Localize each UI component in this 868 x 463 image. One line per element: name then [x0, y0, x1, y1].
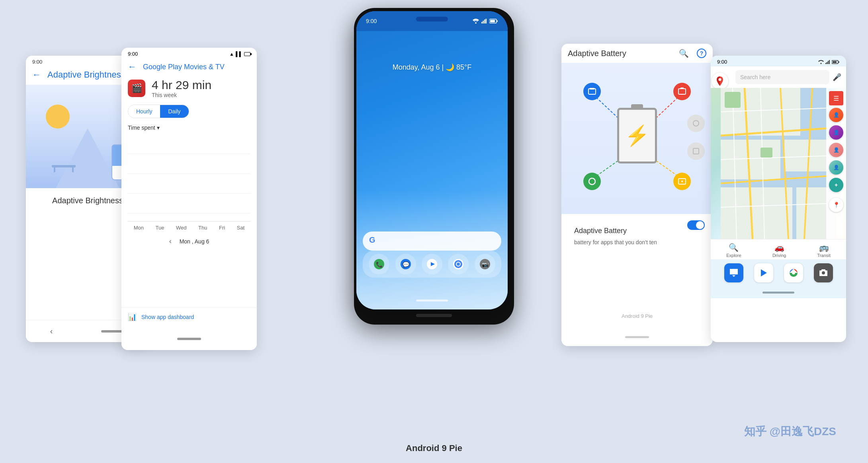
gm-mic-icon[interactable]: 🎤 [833, 73, 841, 82]
ab-back-button[interactable]: ← [32, 70, 41, 80]
abat-adaptive-title: Adaptive Battery [568, 220, 706, 238]
gm-teal-icon[interactable]: + [829, 178, 843, 192]
cp-search-bar[interactable]: G [363, 231, 501, 251]
gm-logo-svg [714, 76, 725, 87]
gm-transit-icon: 🚌 [819, 243, 829, 252]
gm-home-bar [711, 286, 846, 298]
dw-show-dashboard-btn[interactable]: 📊 Show app dashboard [121, 307, 257, 326]
abat-search-icon[interactable]: 🔍 [679, 49, 689, 58]
dw-tab-daily[interactable]: Daily [160, 105, 188, 118]
svg-rect-41 [828, 61, 829, 64]
dw-nav-pill [177, 338, 201, 340]
svg-rect-9 [483, 21, 484, 23]
cp-dock-play[interactable] [422, 254, 442, 274]
cp-status-icons [473, 19, 498, 23]
cp-date-weather: Monday, Aug 6 | 🌙 85°F [356, 63, 508, 72]
dw-nav-prev[interactable]: ‹ [169, 237, 172, 245]
dw-status-time: 9:00 [128, 51, 138, 57]
abat-help-icon[interactable]: ? [697, 49, 706, 58]
gm-avatar-3[interactable]: 👤 [829, 143, 843, 157]
cp-dock-chrome[interactable] [448, 254, 469, 274]
dw-wifi-icon: ▲ [229, 51, 234, 57]
ab-toolbar-title: Adaptive Brightness [47, 70, 125, 80]
gm-map-svg [711, 88, 846, 239]
gm-location-btn[interactable]: 📍 [829, 198, 843, 212]
gm-nav-transit[interactable]: 🚌 Transit [817, 243, 831, 258]
gm-dock-chrome-icon [789, 268, 798, 278]
cp-dock-messages[interactable]: 💬 [395, 254, 416, 274]
gm-dock-chrome[interactable] [784, 263, 803, 282]
dw-app-icon-symbol: 🎬 [131, 83, 142, 93]
dw-tabs: Hourly Daily [128, 105, 189, 118]
main-container: 9:00 ▲ ▌▌ ← Adaptive Brightness [0, 0, 868, 463]
cp-wifi-icon [473, 19, 479, 23]
cp-signal-icon [481, 19, 487, 23]
dw-day-labels: Mon Tue Wed Thu Fri Sat [121, 222, 257, 234]
dw-day-thu: Thu [198, 225, 207, 231]
gm-avatar-2[interactable]: 👤 [829, 125, 843, 140]
svg-text:💬: 💬 [402, 261, 409, 268]
svg-text:📷: 📷 [481, 261, 489, 268]
dw-app-icon: 🎬 [128, 80, 145, 97]
page-caption: Android 9 Pie [406, 443, 462, 453]
gm-hamburger-btn[interactable]: ☰ [829, 91, 843, 105]
abat-orbit-red [673, 83, 691, 100]
dw-nav-date: Mon , Aug 6 [180, 238, 209, 245]
svg-rect-42 [829, 60, 830, 64]
cp-dock-camera[interactable]: 📷 [475, 254, 495, 274]
gm-dock-play[interactable] [754, 263, 773, 282]
svg-point-35 [681, 181, 683, 182]
ab-nav-back-arrow[interactable]: ‹ [50, 327, 53, 336]
gm-map[interactable]: ☰ 👤 👤 👤 👤 + 📍 [711, 88, 846, 239]
dw-toolbar: ← Google Play Movies & TV [121, 60, 257, 77]
dw-time-value: 4 hr 29 min [152, 78, 211, 92]
dw-back-button[interactable]: ← [128, 62, 137, 72]
dw-tab-hourly[interactable]: Hourly [128, 105, 160, 118]
cp-bottom-bar [356, 309, 512, 321]
svg-rect-31 [590, 88, 594, 89]
svg-rect-45 [839, 61, 839, 62]
gm-status-time: 9:00 [717, 59, 727, 65]
gm-avatar-1[interactable]: 👤 [829, 108, 843, 122]
cp-dock-phone[interactable]: 📞 [369, 254, 389, 274]
watermark: 知乎 @田逸飞DZS [744, 424, 836, 439]
dw-day-tue: Tue [156, 225, 164, 231]
abat-bottom-indicator [625, 336, 649, 338]
gm-dock-camera[interactable] [814, 263, 833, 282]
gm-explore-icon: 🔍 [729, 243, 739, 252]
gm-nav-driving[interactable]: 🚗 Driving [772, 243, 786, 258]
cp-camera-icon: 📷 [480, 259, 490, 269]
gm-home-pill [762, 292, 794, 294]
svg-text:📞: 📞 [376, 261, 383, 268]
dw-status-bar: 9:00 ▲ ▌▌ [121, 48, 257, 60]
abat-orbit-gray-2 [687, 142, 705, 160]
cp-battery-icon [489, 19, 498, 23]
cp-dock: 📞 💬 [363, 251, 501, 278]
gm-sidebar: ☰ 👤 👤 👤 👤 + 📍 [826, 88, 846, 239]
ab-sun-icon [46, 105, 70, 128]
abat-toggle[interactable] [687, 220, 705, 230]
gm-driving-icon: 🚗 [774, 243, 784, 252]
gm-search-input[interactable]: Search here [735, 70, 829, 84]
abat-orbit-gray-1 [687, 115, 705, 132]
abat-orbit-blue [583, 83, 601, 100]
dw-day-sat: Sat [237, 225, 245, 231]
gm-dock-messages[interactable] [724, 263, 743, 282]
dw-dropdown[interactable]: Time spent ▾ [121, 121, 257, 134]
svg-point-38 [821, 63, 822, 64]
svg-rect-8 [481, 22, 483, 23]
cp-speaker [416, 17, 448, 21]
dw-nav-row: ‹ Mon , Aug 6 [121, 234, 257, 249]
gm-nav-explore[interactable]: 🔍 Explore [726, 243, 741, 258]
abat-orbit-green [583, 173, 601, 190]
abat-illustration: ⚡ [561, 63, 713, 214]
cp-phone-icon: 📞 [374, 259, 384, 269]
dw-dashboard-icon: 📊 [128, 313, 137, 321]
dw-status-icons: ▲ ▌▌ [229, 51, 250, 57]
center-phone: 9:00 [356, 11, 508, 309]
dw-day-mon: Mon [134, 225, 144, 231]
dw-app-row: 🎬 4 hr 29 min This week [121, 77, 257, 101]
dw-chart-area [128, 134, 250, 222]
abat-toggle-knob [696, 221, 704, 229]
gm-avatar-4[interactable]: 👤 [829, 160, 843, 175]
